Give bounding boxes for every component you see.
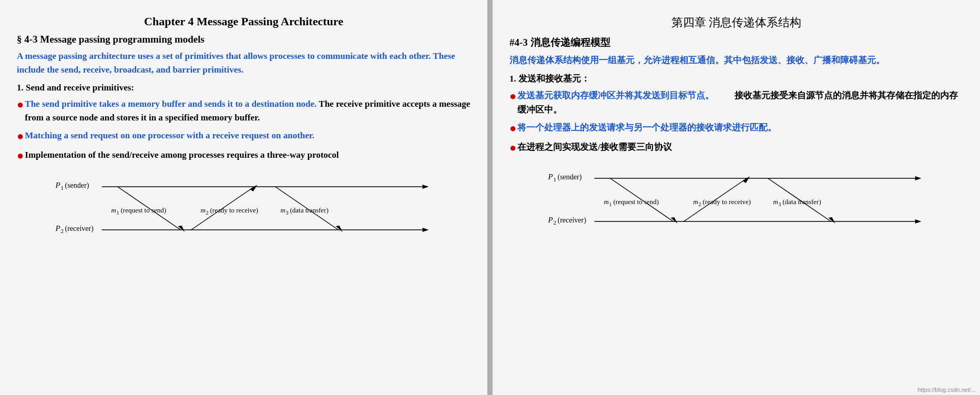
svg-text:3: 3	[286, 210, 289, 216]
svg-text:(request to send): (request to send)	[121, 206, 167, 214]
zh-bullet-3: ● 在进程之间实现发送/接收需要三向协议	[509, 140, 963, 156]
svg-text:(receiver): (receiver)	[65, 225, 94, 233]
bullet-line-3: ● Implementation of the send/receive amo…	[17, 148, 471, 164]
bullet-3: ● Implementation of the send/receive amo…	[17, 148, 471, 164]
zh-bullet-dot-3: ●	[509, 140, 516, 156]
right-intro: 消息传递体系结构使用一组基元，允许进程相互通信。其中包括发送、接收、广播和障碍基…	[509, 54, 963, 67]
bullet-3-black: Implementation of the send/receive among…	[25, 148, 339, 162]
svg-text:2: 2	[61, 228, 64, 234]
svg-text:(data transfer): (data transfer)	[290, 206, 329, 214]
zh-bullet-line-3: ● 在进程之间实现发送/接收需要三向协议	[509, 140, 963, 156]
svg-text:2: 2	[699, 201, 701, 207]
svg-text:1: 1	[554, 176, 557, 183]
bullet-1-text: The send primitive takes a memory buffer…	[25, 97, 471, 125]
right-diagram: P 1 (sender) P 2 (receiver) m 1 (request…	[509, 165, 963, 233]
svg-text:2: 2	[554, 219, 557, 226]
svg-text:P: P	[55, 224, 60, 232]
svg-marker-32	[915, 176, 922, 180]
svg-marker-7	[423, 185, 429, 189]
bullet-line-1: ● The send primitive takes a memory buff…	[17, 97, 471, 125]
bullet-dot-3: ●	[17, 148, 24, 164]
svg-text:P: P	[548, 173, 553, 181]
center-divider	[488, 0, 493, 395]
svg-text:2: 2	[206, 210, 209, 216]
svg-text:m: m	[281, 206, 285, 214]
svg-text:m: m	[773, 198, 778, 206]
svg-text:3: 3	[779, 201, 781, 207]
left-panel: Chapter 4 Message Passing Architecture §…	[0, 0, 488, 395]
right-subheading: 1. 发送和接收基元：	[509, 73, 963, 85]
svg-marker-34	[915, 219, 922, 224]
svg-text:1: 1	[117, 210, 119, 216]
svg-text:m: m	[111, 206, 116, 214]
svg-text:(sender): (sender)	[65, 181, 89, 190]
right-title: 第四章 消息传递体系结构	[509, 15, 963, 31]
bullet-dot-1: ●	[17, 97, 24, 113]
svg-text:m: m	[201, 206, 206, 214]
zh-bullet-dot-1: ●	[509, 89, 516, 104]
svg-text:P: P	[55, 181, 60, 189]
svg-marker-9	[423, 228, 429, 232]
svg-text:(receiver): (receiver)	[558, 216, 587, 225]
left-title: Chapter 4 Message Passing Architecture	[17, 15, 471, 28]
svg-text:(data transfer): (data transfer)	[783, 198, 821, 206]
watermark: https://blog.csdn.net/...	[917, 387, 976, 393]
right-section-heading: #4-3 消息传递编程模型	[509, 36, 963, 49]
svg-text:m: m	[604, 198, 609, 206]
svg-text:1: 1	[609, 201, 612, 207]
left-diagram-svg: P 1 (sender) P 2 (receiver) m 1 (request…	[17, 173, 471, 241]
bullet-2: ● Matching a send request on one process…	[17, 129, 471, 144]
svg-text:(ready to receive): (ready to receive)	[703, 198, 751, 206]
svg-text:(request to send): (request to send)	[614, 198, 659, 206]
right-panel: 第四章 消息传递体系结构 #4-3 消息传递编程模型 消息传递体系结构使用一组基…	[493, 0, 980, 395]
zh-bullet-1-text: 发送基元获取内存缓冲区并将其发送到目标节点。 接收基元接受来自源节点的消息并将其…	[517, 89, 963, 117]
svg-text:m: m	[693, 198, 698, 206]
svg-text:P: P	[548, 216, 553, 224]
bullet-1: ● The send primitive takes a memory buff…	[17, 97, 471, 125]
left-section-heading: § 4-3 Message passing programming models	[17, 34, 471, 45]
zh-bullet-3-black: 在进程之间实现发送/接收需要三向协议	[517, 140, 672, 154]
bullet-dot-2: ●	[17, 129, 24, 144]
zh-bullet-line-2: ● 将一个处理器上的发送请求与另一个处理器的接收请求进行匹配。	[509, 121, 963, 136]
svg-text:(sender): (sender)	[558, 173, 582, 181]
zh-bullet-dot-2: ●	[509, 121, 516, 136]
svg-text:(ready to receive): (ready to receive)	[210, 206, 259, 214]
svg-text:1: 1	[61, 185, 64, 191]
bullet-line-2: ● Matching a send request on one process…	[17, 129, 471, 144]
svg-marker-41	[743, 176, 750, 183]
zh-bullet-2-blue: 将一个处理器上的发送请求与另一个处理器的接收请求进行匹配。	[517, 121, 777, 135]
bullet-1-blue: The send primitive takes a memory buffer…	[25, 99, 317, 109]
zh-bullet-line-1: ● 发送基元获取内存缓冲区并将其发送到目标节点。 接收基元接受来自源节点的消息并…	[509, 89, 963, 117]
zh-bullet-2: ● 将一个处理器上的发送请求与另一个处理器的接收请求进行匹配。	[509, 121, 963, 136]
left-subheading: 1. Send and receive primitives:	[17, 83, 471, 93]
bullet-2-blue: Matching a send request on one processor…	[25, 129, 314, 143]
right-diagram-svg: P 1 (sender) P 2 (receiver) m 1 (request…	[509, 165, 963, 233]
svg-marker-16	[250, 185, 258, 191]
zh-bullet-1: ● 发送基元获取内存缓冲区并将其发送到目标节点。 接收基元接受来自源节点的消息并…	[509, 89, 963, 117]
left-diagram: P 1 (sender) P 2 (receiver) m 1 (request…	[17, 173, 471, 241]
zh-bullet-1-blue: 发送基元获取内存缓冲区并将其发送到目标节点。	[517, 90, 714, 100]
left-intro: A message passing architecture uses a se…	[17, 49, 471, 77]
